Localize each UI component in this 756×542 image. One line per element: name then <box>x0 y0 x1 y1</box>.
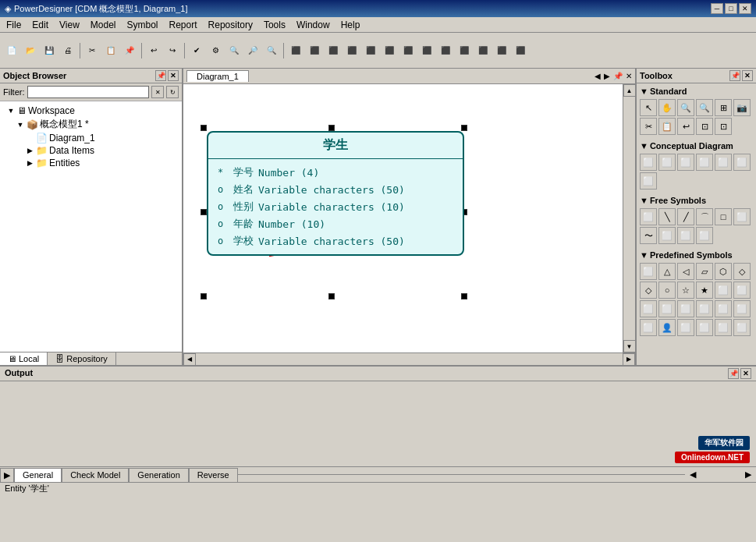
diagram-close[interactable]: ✕ <box>626 72 632 80</box>
tool-p6[interactable]: ◇ <box>733 263 751 280</box>
bottom-tab-general[interactable]: General <box>14 468 62 482</box>
tree-workspace[interactable]: ▼ 🖥 Workspace <box>0 105 182 117</box>
tool-f9[interactable]: ⬜ <box>677 227 694 244</box>
tool-p5[interactable]: ⬡ <box>715 263 732 280</box>
tool-p22[interactable]: ⬜ <box>696 319 713 336</box>
toolbox-conceptual-header[interactable]: ▼ Conceptual Diagram <box>637 140 756 152</box>
toolbar-zoom-out[interactable]: 🔍 <box>263 42 280 59</box>
hscroll-left[interactable]: ◀ <box>183 353 196 366</box>
menu-edit[interactable]: Edit <box>27 18 53 32</box>
toolbar-b4[interactable]: ⬛ <box>343 42 360 59</box>
tool-f8[interactable]: ⬜ <box>658 227 676 244</box>
toolbar-check[interactable]: ✔ <box>188 42 205 59</box>
diagram-pin[interactable]: 📌 <box>613 72 623 80</box>
tool-s2[interactable]: ⊡ <box>715 118 732 135</box>
toolbar-b13[interactable]: ⬛ <box>512 42 529 59</box>
toolbar-b1[interactable]: ⬛ <box>287 42 304 59</box>
tool-f2[interactable]: ╲ <box>658 208 676 225</box>
tool-p17[interactable]: ⬜ <box>715 300 732 317</box>
tool-align[interactable]: ↩ <box>677 118 694 135</box>
menu-window[interactable]: Window <box>292 18 335 32</box>
tree-entities[interactable]: ▶ 📁 Entities <box>0 157 182 169</box>
tool-p11[interactable]: ⬜ <box>715 282 732 299</box>
hscroll-right[interactable]: ▶ <box>623 353 635 366</box>
toolbox-predefined-header[interactable]: ▼ Predefined Symbols <box>637 249 756 261</box>
toolbar-zoom-in[interactable]: 🔎 <box>244 42 261 59</box>
toolbar-new[interactable]: 📄 <box>3 42 20 59</box>
tool-zoom-in[interactable]: 🔍 <box>677 99 694 116</box>
toolbar-generate[interactable]: ⚙ <box>207 42 224 59</box>
menu-view[interactable]: View <box>55 18 84 32</box>
filter-input[interactable] <box>27 86 150 98</box>
tool-hand[interactable]: ✋ <box>658 99 676 116</box>
tab-repository[interactable]: 🗄 Repository <box>48 352 116 365</box>
panel-pin-button[interactable]: 📌 <box>155 70 166 81</box>
tool-f5[interactable]: □ <box>715 208 732 225</box>
toolbox-free-header[interactable]: ▼ Free Symbols <box>637 194 756 207</box>
tool-p14[interactable]: ⬜ <box>658 300 676 317</box>
tool-f3[interactable]: ╱ <box>677 208 694 225</box>
tool-c1[interactable]: ⬜ <box>640 154 657 171</box>
tool-f1[interactable]: ⬜ <box>640 208 657 225</box>
entity-box[interactable]: 学生 * 学号 Number (4) o 姓名 Va <box>207 131 464 256</box>
tree-model[interactable]: ▼ 📦 概念模型1 * <box>0 117 182 132</box>
bottom-tab-reverse[interactable]: Reverse <box>189 468 238 482</box>
close-button[interactable]: ✕ <box>739 3 751 14</box>
tool-c7[interactable]: ⬜ <box>640 172 657 190</box>
toolbar-paste[interactable]: 📌 <box>121 42 138 59</box>
vscroll-down[interactable]: ▼ <box>623 340 636 352</box>
tool-p3[interactable]: ◁ <box>677 263 694 280</box>
tab-local[interactable]: 🖥 Local <box>0 352 48 365</box>
menu-help[interactable]: Help <box>336 18 365 32</box>
toolbox-close[interactable]: ✕ <box>742 70 753 81</box>
panel-close-button[interactable]: ✕ <box>168 70 179 81</box>
tool-zoom-out[interactable]: 🔍 <box>696 99 713 116</box>
tool-screenshot[interactable]: 📷 <box>733 99 751 116</box>
menu-symbol[interactable]: Symbol <box>122 18 163 32</box>
menu-file[interactable]: File <box>2 18 26 32</box>
diagram-tab[interactable]: Diagram_1 <box>186 70 249 82</box>
toolbar-search[interactable]: 🔍 <box>225 42 243 59</box>
vscroll-up[interactable]: ▲ <box>623 84 636 97</box>
toolbar-cut[interactable]: ✂ <box>83 42 101 59</box>
tool-p10[interactable]: ★ <box>696 282 713 299</box>
tool-p20[interactable]: 👤 <box>658 319 676 336</box>
tool-zoom-fit[interactable]: ⊞ <box>715 99 732 116</box>
toolbar-b7[interactable]: ⬛ <box>399 42 417 59</box>
tool-p4[interactable]: ▱ <box>696 263 713 280</box>
tool-p9[interactable]: ☆ <box>677 282 694 299</box>
dataitems-expand[interactable]: ▶ <box>25 146 34 155</box>
tool-p13[interactable]: ⬜ <box>640 300 657 317</box>
toolbar-open[interactable]: 📂 <box>22 42 39 59</box>
tool-f6[interactable]: ⬜ <box>733 208 751 225</box>
tool-p24[interactable]: ⬜ <box>733 319 751 336</box>
tool-p12[interactable]: ⬜ <box>733 282 751 299</box>
tool-pointer[interactable]: ↖ <box>640 99 657 116</box>
tool-p7[interactable]: ◇ <box>640 282 657 299</box>
tool-p15[interactable]: ⬜ <box>677 300 694 317</box>
toolbox-pin[interactable]: 📌 <box>729 70 740 81</box>
toolbar-save[interactable]: 💾 <box>41 42 58 59</box>
menu-model[interactable]: Model <box>86 18 121 32</box>
toolbar-b5[interactable]: ⬛ <box>362 42 379 59</box>
tool-f4[interactable]: ⌒ <box>696 208 713 225</box>
tool-p16[interactable]: ⬜ <box>696 300 713 317</box>
tool-s1[interactable]: ⊡ <box>696 118 713 135</box>
toolbar-b8[interactable]: ⬛ <box>418 42 435 59</box>
toolbar-b10[interactable]: ⬛ <box>456 42 473 59</box>
tool-p2[interactable]: △ <box>658 263 676 280</box>
toolbar-redo[interactable]: ↪ <box>164 42 181 59</box>
output-pin[interactable]: 📌 <box>728 368 739 379</box>
filter-clear-button[interactable]: ✕ <box>151 86 164 98</box>
toolbox-standard-header[interactable]: ▼ Standard <box>637 85 756 97</box>
diagram-scroll-left[interactable]: ◀ <box>595 72 601 80</box>
tool-copy-std[interactable]: 📋 <box>658 118 676 135</box>
tool-p23[interactable]: ⬜ <box>715 319 732 336</box>
tree-dataitems[interactable]: ▶ 📁 Data Items <box>0 144 182 157</box>
diagram-scroll-right[interactable]: ▶ <box>604 72 610 80</box>
hscroll-bottom-left[interactable]: ◀ <box>690 469 696 479</box>
tab-next-icon[interactable]: ▶ <box>0 468 14 482</box>
entities-expand[interactable]: ▶ <box>25 158 34 168</box>
toolbar-b12[interactable]: ⬛ <box>493 42 510 59</box>
tool-p19[interactable]: ⬜ <box>640 319 657 336</box>
